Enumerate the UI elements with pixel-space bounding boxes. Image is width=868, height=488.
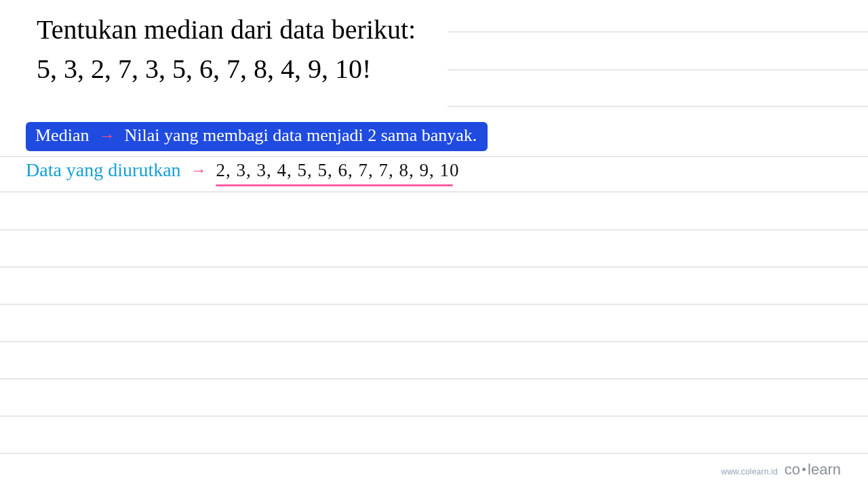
- dot-icon: [802, 468, 806, 471]
- underline-accent: [216, 184, 453, 186]
- question-text-line2: 5, 3, 2, 7, 3, 5, 6, 7, 8, 4, 9, 10!: [37, 53, 371, 85]
- rule-line: [0, 453, 868, 454]
- median-definition-box: Median → Nilai yang membagi data menjadi…: [26, 122, 488, 151]
- rule-line: [0, 156, 868, 157]
- median-definition-text: Nilai yang membagi data menjadi 2 sama b…: [124, 126, 477, 146]
- rule-line: [0, 304, 868, 305]
- rule-line: [0, 191, 868, 192]
- whiteboard-canvas: Tentukan median dari data berikut: 5, 3,…: [0, 0, 868, 488]
- rule-line: [0, 378, 868, 380]
- footer-url: www.colearn.id: [721, 467, 778, 476]
- rule-line: [448, 69, 868, 70]
- sorted-label: Data yang diurutkan: [26, 160, 181, 181]
- median-term: Median: [35, 126, 89, 146]
- sorted-values: 2, 3, 3, 4, 5, 5, 6, 7, 7, 8, 9, 10: [216, 161, 460, 181]
- rule-line: [448, 31, 868, 33]
- sorted-data-row: Data yang diurutkan → 2, 3, 3, 4, 5, 5, …: [26, 160, 460, 181]
- brand-logo: colearn: [785, 461, 841, 479]
- arrow-icon: →: [98, 127, 115, 144]
- brand-right: learn: [808, 461, 841, 478]
- rule-line: [0, 266, 868, 268]
- arrow-icon: →: [191, 161, 207, 180]
- question-text-line1: Tentukan median dari data berikut:: [37, 14, 416, 45]
- rule-line: [0, 341, 868, 342]
- rule-line: [0, 229, 868, 230]
- rule-line: [0, 415, 868, 417]
- rule-line: [448, 106, 868, 107]
- footer: www.colearn.id colearn: [721, 461, 841, 479]
- brand-left: co: [785, 461, 800, 478]
